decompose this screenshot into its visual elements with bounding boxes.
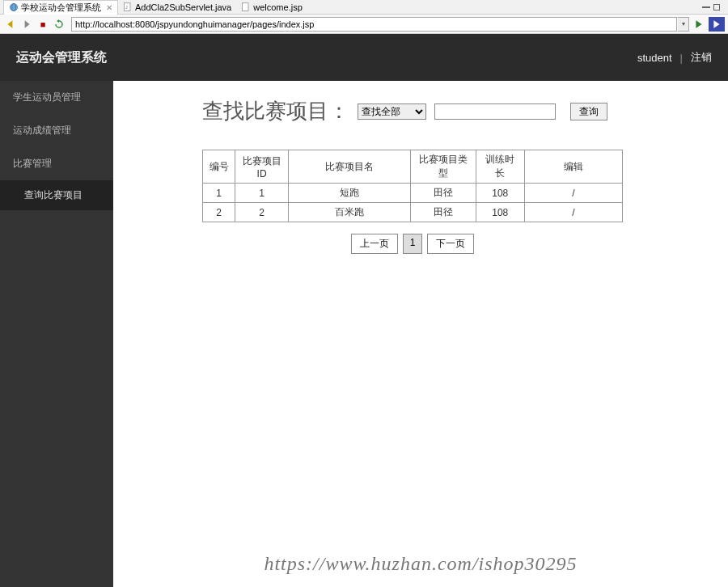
external-button[interactable] [709,17,725,32]
app-body: 学生运动员管理 运动成绩管理 比赛管理 查询比赛项目 查找比赛项目： 查找全部 … [0,81,728,587]
ide-tab-label: welcome.jsp [253,2,303,12]
svg-point-0 [11,4,18,11]
divider: | [680,52,683,64]
table-row: 2 2 百米跑 田径 108 / [203,203,623,222]
main-content: 查找比赛项目： 查找全部 查询 编号 比赛项目ID 比赛项目名 比赛项目类型 训… [113,81,728,587]
ide-tab-java[interactable]: J AddCla2SubServlet.java [118,2,236,13]
logout-link[interactable]: 注销 [691,50,712,65]
ide-tab-jsp[interactable]: welcome.jsp [236,2,307,13]
cell-name: 百米跑 [288,203,410,222]
table-row: 1 1 短跑 田径 108 / [203,184,623,203]
cell-name: 短跑 [288,184,410,203]
pagination: 上一页 1 下一页 [202,234,623,254]
forward-button[interactable] [19,17,34,32]
sidebar-sub-query[interactable]: 查询比赛项目 [0,180,113,210]
ide-tab-label: AddCla2SubServlet.java [135,2,231,12]
browser-toolbar: ■ ▾ [0,15,728,34]
cell-dur: 108 [476,203,524,222]
maximize-icon[interactable] [713,4,720,11]
search-row: 查找比赛项目： 查找全部 查询 [202,97,704,125]
app-title: 运动会管理系统 [16,49,107,66]
sidebar-item-scores[interactable]: 运动成绩管理 [0,114,113,147]
svg-text:J: J [125,4,128,9]
search-select[interactable]: 查找全部 [358,103,426,120]
user-block: student | 注销 [637,50,712,65]
cell-pid: 2 [235,203,289,222]
cell-no: 2 [203,203,235,222]
table-header-row: 编号 比赛项目ID 比赛项目名 比赛项目类型 训练时长 编辑 [203,150,623,184]
current-page: 1 [403,234,423,254]
sidebar-item-games[interactable]: 比赛管理 [0,147,113,180]
app-header: 运动会管理系统 student | 注销 [0,34,728,81]
address-dropdown[interactable]: ▾ [678,17,689,32]
cell-edit[interactable]: / [525,203,623,222]
refresh-button[interactable] [52,17,66,32]
cell-type: 田径 [410,184,476,203]
java-file-icon: J [123,2,133,12]
cell-no: 1 [203,184,235,203]
next-page-button[interactable]: 下一页 [427,234,474,254]
cell-pid: 1 [235,184,289,203]
go-button[interactable] [691,17,707,32]
th-pid: 比赛项目ID [235,150,289,184]
sidebar: 学生运动员管理 运动成绩管理 比赛管理 查询比赛项目 [0,81,113,587]
stop-button[interactable]: ■ [36,17,50,32]
ide-tab-browser[interactable]: 学校运动会管理系统 ✕ [3,0,118,15]
cell-dur: 108 [476,184,524,203]
search-title: 查找比赛项目： [202,97,349,125]
app-container: 运动会管理系统 student | 注销 学生运动员管理 运动成绩管理 比赛管理… [0,34,728,587]
username: student [637,52,672,64]
results-table: 编号 比赛项目ID 比赛项目名 比赛项目类型 训练时长 编辑 1 1 短跑 田径 [202,150,623,222]
cell-type: 田径 [410,203,476,222]
minimize-icon[interactable] [702,6,710,8]
address-input[interactable] [71,17,677,32]
sidebar-item-athlete[interactable]: 学生运动员管理 [0,81,113,114]
prev-page-button[interactable]: 上一页 [351,234,398,254]
th-type: 比赛项目类型 [410,150,476,184]
th-name: 比赛项目名 [288,150,410,184]
th-dur: 训练时长 [476,150,524,184]
cell-edit[interactable]: / [525,184,623,203]
th-no: 编号 [203,150,235,184]
watermark-text: https://www.huzhan.com/ishop30295 [264,553,577,575]
search-button[interactable]: 查询 [570,103,607,120]
back-button[interactable] [3,17,18,32]
globe-icon [9,2,19,12]
th-edit: 编辑 [525,150,623,184]
ide-tab-bar: 学校运动会管理系统 ✕ J AddCla2SubServlet.java wel… [0,0,728,15]
close-icon[interactable]: ✕ [106,3,112,12]
ide-tab-label: 学校运动会管理系统 [21,2,101,14]
jsp-file-icon [241,2,251,12]
svg-rect-4 [243,2,249,11]
search-input[interactable] [434,103,556,120]
